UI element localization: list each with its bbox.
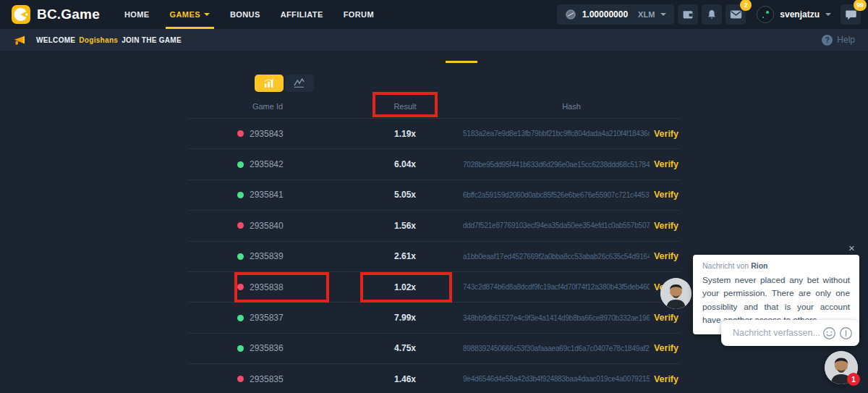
nav-item-games[interactable]: GAMES	[170, 0, 210, 29]
announcement-username[interactable]: Dogishans	[79, 36, 118, 44]
user-menu[interactable]: svenjatzu	[757, 6, 831, 23]
verify-link[interactable]: Verify	[654, 159, 680, 169]
game-id-cell: 2935843	[188, 129, 347, 139]
logo-text: BC.Game	[37, 7, 100, 22]
game-id: 2935842	[250, 159, 284, 169]
game-id-cell: 2935838	[188, 282, 347, 292]
page: BC.Game HOME GAMES BONUS AFFILIATE FORUM	[0, 0, 868, 393]
hash-value: 7028be95dd95f441b633d6d296e0ae15cc6238dd…	[463, 161, 650, 169]
chat-button[interactable]: 99	[841, 4, 861, 25]
chevron-down-icon	[825, 13, 831, 16]
logo[interactable]: BC.Game	[12, 5, 100, 24]
table-row: 2935842 6.04x 7028be95dd95f441b633d6d296…	[188, 148, 680, 179]
attachment-button[interactable]	[839, 326, 853, 340]
announcement-welcome: WELCOME	[36, 36, 75, 44]
column-header-result: Result	[347, 102, 463, 111]
game-id: 2935841	[250, 190, 284, 200]
nav-label: BONUS	[230, 10, 260, 19]
hash-cell: 8988392450666c53f30afaaaea69c1d6a7c0407e…	[463, 343, 680, 353]
agent-photo	[660, 278, 692, 309]
top-header: BC.Game HOME GAMES BONUS AFFILIATE FORUM	[0, 0, 868, 29]
nav-item-home[interactable]: HOME	[124, 0, 150, 29]
hash-cell: 743c2d874b6d8a8dcdf9fc19acf4d70f74f12a38…	[463, 282, 680, 292]
table-row: 2935843 1.19x 5183a2ea7e9d8e13fb79bbf21b…	[188, 118, 680, 148]
nav-item-forum[interactable]: FORUM	[344, 0, 374, 29]
game-id: 2935837	[250, 313, 284, 323]
verify-link[interactable]: Verify	[654, 221, 680, 231]
result-value: 6.04x	[347, 159, 463, 169]
table-row-highlighted: 2935838 1.02x 743c2d874b6d8a8dcdf9fc19ac…	[188, 271, 680, 302]
hash-value: 743c2d874b6d8a8dcdf9fc19acf4d70f74f12a38…	[463, 283, 650, 291]
header-right: 1.00000000 XLM	[557, 4, 861, 25]
nav-item-affiliate[interactable]: AFFILIATE	[281, 0, 323, 29]
nav-item-bonus[interactable]: BONUS	[230, 0, 260, 29]
verify-link[interactable]: Verify	[654, 313, 680, 323]
game-history-table: Game Id Result Hash 2935843 1.19x 5183a2…	[188, 94, 680, 393]
hash-cell: 6bffc2a59159d2060d0abc85f526e6be676e5590…	[463, 190, 680, 200]
game-id-cell: 2935839	[188, 251, 347, 261]
nav-label: GAMES	[170, 10, 200, 19]
chat-message-text: System never placed any bet without your…	[702, 274, 850, 326]
hash-value: a1bb0eaaf17ed4527669f2a0bba8cc53abab26c6…	[463, 253, 650, 261]
notifications-button[interactable]	[702, 4, 722, 25]
trend-view-toggle-button[interactable]	[285, 75, 314, 92]
hash-value: ddd7f521e87769103ecf94ea35da50ee354efd1c…	[463, 221, 650, 229]
hash-cell: 9e4d6546d4e58a42d3b4f924883baa4daac019ce…	[463, 374, 680, 384]
username: svenjatzu	[780, 9, 820, 20]
announcement-text: WELCOME Dogishans JOIN THE GAME	[36, 36, 182, 44]
chat-message-input[interactable]	[733, 328, 820, 338]
hash-value: 5183a2ea7e9d8e13fb79bbf21bc9ffc804dada4a…	[463, 130, 650, 138]
mail-badge: 2	[740, 0, 752, 11]
help-label: Help	[837, 35, 855, 45]
chat-launcher-button[interactable]: 1	[825, 351, 858, 384]
user-avatar	[757, 6, 774, 23]
emoji-button[interactable]	[822, 326, 836, 340]
bcgame-logo-icon	[12, 5, 30, 24]
verify-link[interactable]: Verify	[654, 190, 680, 200]
game-id: 2935843	[250, 129, 284, 139]
table-row: 2935835 1.46x 9e4d6546d4e58a42d3b4f92488…	[188, 363, 680, 393]
messages-button[interactable]: 2	[726, 4, 746, 25]
table-row: 2935840 1.56x ddd7f521e87769103ecf94ea35…	[188, 210, 680, 240]
main-nav: HOME GAMES BONUS AFFILIATE FORUM	[124, 0, 374, 29]
hash-cell: 7028be95dd95f441b633d6d296e0ae15cc6238dd…	[463, 159, 680, 169]
bell-icon	[706, 9, 718, 21]
result-status-dot	[237, 315, 244, 321]
hash-value: 9e4d6546d4e58a42d3b4f924883baa4daac019ce…	[463, 375, 650, 383]
game-id-cell: 2935836	[188, 343, 347, 353]
verify-link[interactable]: Verify	[654, 129, 680, 139]
hash-cell: ddd7f521e87769103ecf94ea35da50ee354efd1c…	[463, 221, 680, 231]
message-sender: Rion	[751, 261, 767, 270]
hash-value: 348bb9db61527e4c9f3e4a1414d9b8ba66ce8970…	[463, 314, 650, 322]
table-row: 2935841 5.05x 6bffc2a59159d2060d0abc85f5…	[188, 179, 680, 210]
result-value: 7.99x	[347, 313, 463, 323]
result-status-dot	[237, 345, 244, 352]
hash-cell: 348bb9db61527e4c9f3e4a1414d9b8ba66ce8970…	[463, 313, 680, 323]
result-status-dot	[237, 222, 244, 229]
verify-link[interactable]: Verify	[654, 374, 680, 384]
result-value: 1.19x	[347, 129, 463, 139]
balance-selector[interactable]: 1.00000000 XLM	[557, 4, 675, 25]
nav-label: FORUM	[344, 10, 374, 19]
bar-chart-icon	[263, 78, 275, 88]
view-toggle	[255, 75, 314, 92]
verify-link[interactable]: Verify	[654, 251, 680, 261]
verify-link[interactable]: Verify	[654, 343, 680, 353]
message-from-label: Nachricht von	[702, 261, 749, 270]
result-status-dot	[237, 192, 244, 198]
result-value: 2.61x	[347, 251, 463, 261]
mail-icon	[730, 9, 742, 20]
list-view-toggle-button[interactable]	[255, 75, 284, 92]
game-id-cell: 2935841	[188, 190, 347, 200]
agent-avatar[interactable]	[660, 278, 692, 309]
chat-close-button[interactable]: ×	[848, 242, 855, 253]
result-value: 5.05x	[347, 190, 463, 200]
result-status-dot	[237, 130, 244, 137]
nav-label: HOME	[124, 10, 150, 19]
help-button[interactable]: ? Help	[822, 35, 855, 46]
game-id: 2935840	[250, 221, 284, 231]
result-status-dot	[237, 253, 244, 260]
wallet-icon	[681, 9, 694, 20]
wallet-button[interactable]	[678, 4, 698, 25]
result-value: 4.75x	[347, 343, 463, 353]
